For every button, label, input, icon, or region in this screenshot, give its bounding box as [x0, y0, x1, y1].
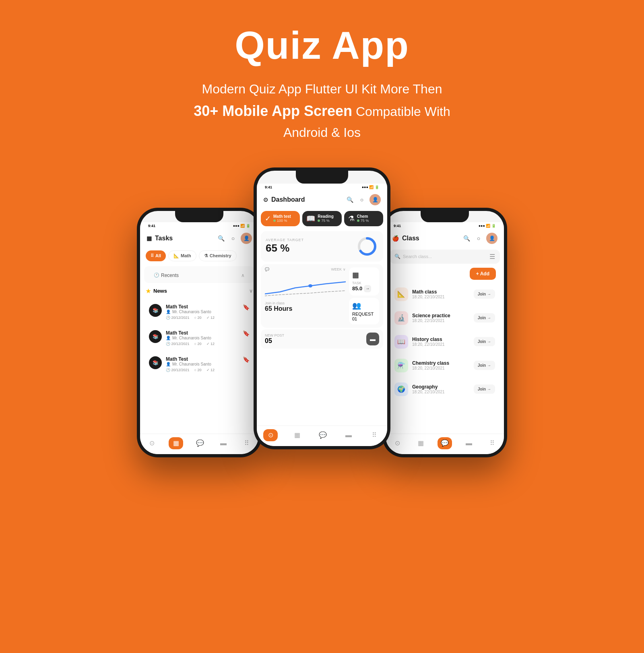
task-card-dashboard: ▦ TASK 85.0 →: [349, 267, 379, 296]
add-btn-container: + Add: [386, 266, 504, 281]
post-card-icon: ▬: [366, 333, 379, 345]
class-item-4: 🌍 Geography 18:20, 22/10/2021 Join →: [390, 378, 500, 400]
math-class-icon: 📐: [397, 290, 405, 298]
phone-class: 9:41 ●●● 📶 🔋 🍎 Class 🔍 ○ 👤: [382, 208, 507, 457]
filter-tabs: ⠿ All 📐 Math ⚗ Chemistry: [140, 247, 258, 265]
task-card-icon: ▦: [352, 271, 376, 279]
bottom-nav-right: ⊙ ▦ 💬 ▬ ⠿: [386, 434, 504, 454]
class-title-text: Class: [402, 235, 419, 242]
quiz-card-chem[interactable]: ⚗ Chem 75 %: [344, 211, 383, 226]
search-bar-class[interactable]: 🔍 Search class... ☰: [390, 250, 500, 264]
clock-icon: 🕐: [154, 273, 159, 278]
donut-chart: [356, 235, 378, 258]
task-item-1: 📚 Math Test 👤 Mr. Chaunarois Santo 🕐 20/…: [144, 326, 254, 350]
nav-chat-right[interactable]: 💬: [438, 437, 452, 449]
svg-point-2: [308, 284, 312, 287]
nav-chat-left[interactable]: 💬: [194, 438, 206, 449]
avatar-center[interactable]: 👤: [369, 194, 381, 205]
search-icon-center[interactable]: 🔍: [345, 195, 354, 204]
quiz-card-math[interactable]: ✓ Math test 100 %: [261, 211, 300, 226]
nav-card-left[interactable]: ▬: [217, 438, 230, 449]
person-icon-0: 👤: [166, 310, 171, 314]
class-item-3: ⚗️ Chemistry class 18:20, 22/10/2021 Joi…: [390, 355, 500, 376]
nav-chat-center[interactable]: 💬: [316, 430, 329, 441]
search-icon-left[interactable]: 🔍: [217, 234, 225, 243]
quiz-cards: ✓ Math test 100 % 📖: [257, 209, 387, 229]
join-btn-1[interactable]: Join →: [474, 313, 495, 322]
join-btn-3[interactable]: Join →: [474, 361, 495, 370]
quiz-card-reading[interactable]: 📖 Reading 75 %: [302, 211, 341, 226]
nav-home-right[interactable]: ⊙: [391, 438, 404, 449]
person-icon-1: 👤: [166, 336, 171, 340]
dashboard-screen: 9:41 ●●● 📶 🔋 ⊙ Dashboard 🔍 ○ 👤: [257, 184, 387, 446]
bookmark-icon-0[interactable]: 🔖: [243, 304, 250, 310]
nav-tasks-center[interactable]: ▦: [291, 430, 303, 441]
news-section[interactable]: ★ News ∨: [140, 285, 258, 298]
bell-icon-right[interactable]: ○: [474, 234, 483, 243]
nav-home-center[interactable]: ⊙: [263, 429, 278, 441]
avatar-right[interactable]: 👤: [486, 233, 497, 244]
tasks-app-header: ▦ Tasks 🔍 ○ 👤: [140, 229, 258, 247]
nav-card-center[interactable]: ▬: [342, 430, 355, 441]
class-item-1: 🔬 Science practice 18:20, 22/10/2021 Joi…: [390, 307, 500, 329]
bell-icon-left[interactable]: ○: [229, 234, 237, 243]
nav-home-left[interactable]: ⊙: [145, 438, 158, 449]
nav-grid-center[interactable]: ⠿: [368, 430, 381, 441]
add-class-button[interactable]: + Add: [470, 268, 496, 280]
bell-icon-center[interactable]: ○: [357, 195, 366, 204]
class-item-0: 📐 Math class 18:20, 22/10/2021 Join →: [390, 283, 500, 305]
nav-grid-left[interactable]: ⠿: [240, 438, 253, 449]
tasks-title-icon: ▦: [147, 235, 152, 242]
phone-tasks: 9:41 ●●● 📶 🔋 ▦ Tasks 🔍 ○ 👤: [137, 208, 262, 457]
class-app-header: 🍎 Class 🔍 ○ 👤: [386, 229, 504, 247]
class-title-icon: 🍎: [392, 235, 399, 242]
star-icon: ★: [146, 288, 151, 294]
filter-chemistry[interactable]: ⚗ Chemistry: [199, 250, 237, 261]
notch-right: [421, 211, 469, 222]
history-class-icon: 📖: [397, 338, 405, 345]
filter-math[interactable]: 📐 Math: [168, 250, 196, 261]
request-card-icon: 👥: [352, 301, 376, 310]
bottom-nav-left: ⊙ ▦ 💬 ▬ ⠿: [140, 434, 258, 454]
bottom-nav-center: ⊙ ▦ 💬 ▬ ⠿: [257, 426, 387, 446]
chemistry-class-icon: ⚗️: [397, 362, 405, 369]
filter-icon-class[interactable]: ☰: [489, 253, 495, 260]
join-btn-0[interactable]: Join →: [474, 289, 495, 299]
task-arrow[interactable]: →: [364, 285, 371, 292]
notch-center: [296, 171, 348, 184]
task-item-0: 📚 Math Test 👤 Mr. Chaunarois Santo 🕐 20/…: [144, 300, 254, 324]
geography-class-icon: 🌍: [397, 385, 405, 393]
filter-all[interactable]: ⠿ All: [146, 250, 166, 261]
avatar-left[interactable]: 👤: [241, 233, 252, 244]
status-bar-right: 9:41 ●●● 📶 🔋: [386, 222, 504, 229]
person-icon-2: 👤: [166, 362, 171, 366]
page-title: Quiz App: [8, 24, 636, 67]
chevron-down-week: ∨: [343, 267, 346, 271]
nav-tasks-left[interactable]: ▦: [169, 437, 183, 449]
notch-left: [175, 211, 223, 222]
science-class-icon: 🔬: [397, 314, 405, 322]
search-icon-right[interactable]: 🔍: [462, 234, 471, 243]
chevron-up-icon[interactable]: ∧: [241, 273, 245, 278]
phone-dashboard: 9:41 ●●● 📶 🔋 ⊙ Dashboard 🔍 ○ 👤: [254, 167, 390, 449]
nav-grid-right[interactable]: ⠿: [486, 438, 499, 449]
nav-card-right[interactable]: ▬: [462, 438, 475, 449]
join-btn-4[interactable]: Join →: [474, 384, 495, 394]
dashboard-title-icon: ⊙: [263, 196, 268, 203]
bookmark-icon-2[interactable]: 🔖: [243, 356, 250, 363]
avg-target-section: AVERAGE TARGET 65 %: [261, 231, 383, 262]
tasks-title-text: Tasks: [155, 235, 173, 242]
chevron-down-icon-news[interactable]: ∨: [249, 288, 253, 294]
task-item-2: 📚 Math Test 👤 Mr. Chaunarois Santo 🕐 20/…: [144, 352, 254, 376]
phones-container: 9:41 ●●● 📶 🔋 ▦ Tasks 🔍 ○ 👤: [0, 159, 644, 473]
bookmark-icon-1[interactable]: 🔖: [243, 330, 250, 337]
dashboard-app-header: ⊙ Dashboard 🔍 ○ 👤: [257, 191, 387, 209]
dashboard-title-text: Dashboard: [271, 196, 305, 203]
new-post-section: NEW POST 05 ▬: [261, 329, 383, 349]
nav-tasks-right[interactable]: ▦: [414, 438, 427, 449]
join-btn-2[interactable]: Join →: [474, 337, 495, 346]
status-bar-center: 9:41 ●●● 📶 🔋: [257, 184, 387, 191]
line-chart: [265, 274, 346, 298]
chat-icon-dash: 💬: [265, 267, 269, 271]
search-bar-icon: 🔍: [394, 254, 400, 259]
